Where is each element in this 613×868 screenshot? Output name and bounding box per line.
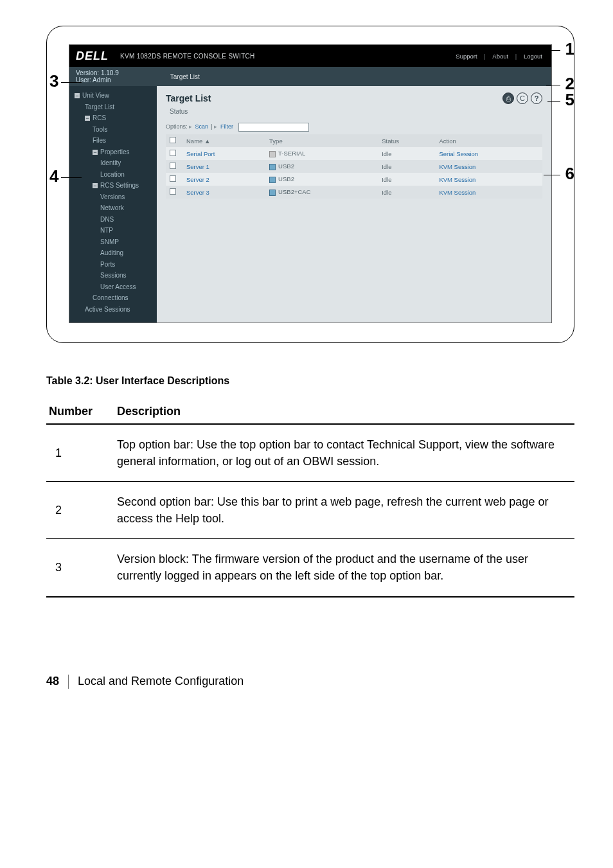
action-link[interactable]: Serial Session — [439, 150, 478, 157]
nav-rcs[interactable]: RCS — [69, 112, 157, 124]
status-value: Idle — [382, 176, 391, 183]
nav-location[interactable]: Location — [69, 169, 157, 181]
select-all-checkbox[interactable] — [170, 137, 176, 143]
nav-unit-view[interactable]: Unit View — [69, 90, 157, 102]
action-link[interactable]: KVM Session — [439, 176, 475, 183]
logo: DELL — [76, 49, 109, 63]
figure-container: 1 2 5 6 3 4 DELL KVM 1082DS REMOTE CONSO… — [46, 26, 574, 343]
logout-link[interactable]: Logout — [521, 53, 545, 60]
breadcrumb: Target List — [170, 73, 200, 80]
serial-port-icon — [269, 151, 276, 157]
filter-input[interactable] — [238, 123, 309, 132]
scan-link[interactable]: Scan — [194, 123, 210, 130]
top-option-bar: Support | About | Logout — [453, 53, 545, 60]
row-number: 1 — [46, 436, 117, 470]
header-number: Number — [46, 405, 117, 418]
target-name-link[interactable]: Server 1 — [186, 163, 209, 170]
action-link[interactable]: KVM Session — [439, 163, 475, 170]
page-title: Target List — [166, 93, 211, 103]
section-title: Local and Remote Configuration — [78, 675, 244, 688]
second-option-bar: ⎙ C ? — [502, 93, 542, 104]
header-description: Description — [117, 405, 574, 418]
version-label: Version: 1.10.9 User: Admin — [76, 69, 119, 84]
callout-3: 3 — [49, 71, 82, 91]
target-list-header: Target List ⎙ C ? — [166, 93, 542, 104]
col-status: Status — [378, 134, 435, 147]
row-description: Version block: The firmware version of t… — [117, 551, 574, 584]
app-header: DELL KVM 1082DS REMOTE CONSOLE SWITCH Su… — [69, 45, 551, 67]
row-number: 2 — [46, 493, 117, 527]
status-value: Idle — [382, 189, 391, 196]
nav-auditing[interactable]: Auditing — [69, 247, 157, 259]
table-row: Server 2 USB2 Idle KVM Session — [166, 173, 542, 186]
nav-target-list[interactable]: Target List — [69, 102, 157, 113]
description-row: 3 Version block: The firmware version of… — [46, 539, 574, 597]
help-icon[interactable]: ? — [531, 93, 542, 104]
row-description: Top option bar: Use the top option bar t… — [117, 436, 574, 470]
nav-rcs-settings[interactable]: RCS Settings — [69, 180, 157, 191]
col-action: Action — [435, 134, 542, 147]
row-checkbox[interactable] — [170, 163, 176, 169]
nav-network[interactable]: Network — [69, 202, 157, 214]
row-checkbox[interactable] — [170, 150, 176, 156]
divider — [68, 675, 69, 689]
print-icon[interactable]: ⎙ — [502, 93, 514, 104]
target-name-link[interactable]: Server 2 — [186, 176, 209, 183]
callout-6: 6 — [544, 164, 574, 184]
kvm-port-icon — [269, 177, 276, 183]
status-label: Status — [170, 108, 542, 115]
nav-dns[interactable]: DNS — [69, 214, 157, 226]
kvm-port-icon — [269, 164, 276, 170]
row-number: 3 — [46, 551, 117, 584]
nav-snmp[interactable]: SNMP — [69, 236, 157, 248]
table-caption: Table 3.2: User Interface Descriptions — [46, 375, 613, 387]
row-checkbox[interactable] — [170, 175, 176, 182]
nav-sessions[interactable]: Sessions — [69, 270, 157, 281]
nav-ntp[interactable]: NTP — [69, 225, 157, 236]
page-number: 48 — [46, 675, 59, 688]
refresh-icon[interactable]: C — [517, 93, 528, 104]
col-type: Type — [265, 134, 378, 147]
status-value: Idle — [382, 163, 391, 170]
nav-properties[interactable]: Properties — [69, 146, 157, 158]
callout-1: 1 — [549, 39, 574, 59]
nav-identity[interactable]: Identity — [69, 157, 157, 169]
action-link[interactable]: KVM Session — [439, 189, 475, 196]
nav-tools[interactable]: Tools — [69, 124, 157, 136]
descriptions-header: Number Description — [46, 398, 574, 425]
page-footer: 48 Local and Remote Configuration — [46, 675, 613, 689]
target-name-link[interactable]: Server 3 — [186, 189, 209, 196]
descriptions-table: Number Description 1 Top option bar: Use… — [46, 398, 574, 598]
col-name[interactable]: Name ▲ — [182, 134, 265, 147]
kvm-port-icon — [269, 190, 276, 196]
target-table: Name ▲ Type Status Action Serial Port T-… — [166, 134, 542, 199]
description-row: 2 Second option bar: Use this bar to pri… — [46, 482, 574, 539]
table-row: Server 3 USB2+CAC Idle KVM Session — [166, 186, 542, 199]
nav-connections[interactable]: Connections — [69, 292, 157, 304]
callout-5: 5 — [547, 90, 574, 110]
nav-ports[interactable]: Ports — [69, 259, 157, 270]
app-title: KVM 1082DS REMOTE CONSOLE SWITCH — [120, 53, 255, 60]
status-value: Idle — [382, 150, 391, 157]
nav-versions[interactable]: Versions — [69, 191, 157, 203]
row-description: Second option bar: Use this bar to print… — [117, 493, 574, 527]
nav-active-sessions[interactable]: Active Sessions — [69, 304, 157, 315]
filter-link[interactable]: Filter — [219, 123, 235, 130]
support-link[interactable]: Support — [453, 53, 479, 60]
app-body: Unit View Target List RCS Tools Files Pr… — [69, 86, 551, 323]
table-row: Serial Port T-SERIAL Idle Serial Session — [166, 147, 542, 160]
callout-4: 4 — [49, 166, 82, 186]
table-row: Server 1 USB2 Idle KVM Session — [166, 160, 542, 173]
description-row: 1 Top option bar: Use the top option bar… — [46, 425, 574, 482]
nav-files[interactable]: Files — [69, 135, 157, 146]
about-link[interactable]: About — [490, 53, 511, 60]
target-name-link[interactable]: Serial Port — [186, 150, 215, 157]
content-area: Target List ⎙ C ? Status Options: ▸ Scan… — [157, 86, 551, 323]
side-nav: Unit View Target List RCS Tools Files Pr… — [69, 86, 157, 323]
app-window: DELL KVM 1082DS REMOTE CONSOLE SWITCH Su… — [69, 44, 552, 323]
row-checkbox[interactable] — [170, 188, 176, 195]
nav-user-access[interactable]: User Access — [69, 281, 157, 293]
version-block: Version: 1.10.9 User: Admin Target List — [69, 67, 551, 86]
options-line: Options: ▸ Scan | ▸ Filter — [166, 123, 542, 132]
